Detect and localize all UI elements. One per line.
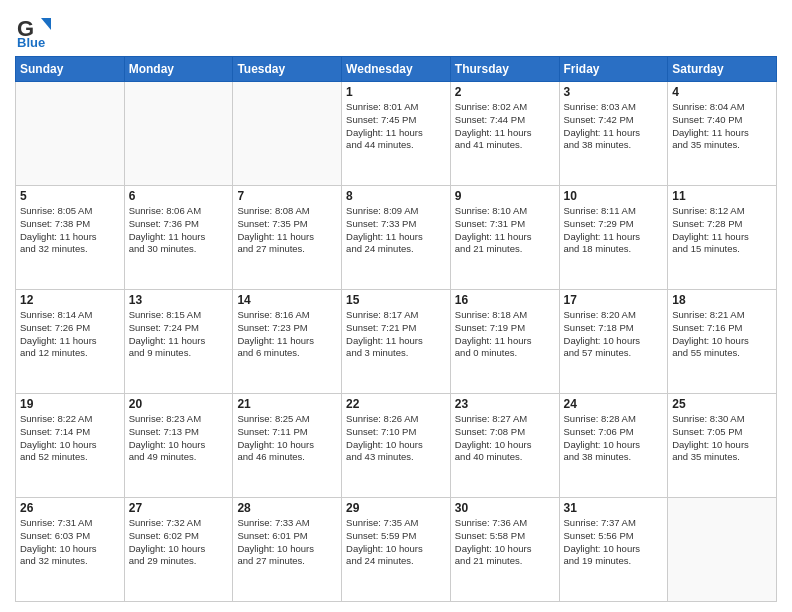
- calendar-cell: 12Sunrise: 8:14 AM Sunset: 7:26 PM Dayli…: [16, 290, 125, 394]
- calendar-cell: 21Sunrise: 8:25 AM Sunset: 7:11 PM Dayli…: [233, 394, 342, 498]
- calendar-cell: 6Sunrise: 8:06 AM Sunset: 7:36 PM Daylig…: [124, 186, 233, 290]
- cell-info: Sunrise: 8:18 AM Sunset: 7:19 PM Dayligh…: [455, 309, 555, 360]
- day-number: 25: [672, 397, 772, 411]
- svg-marker-1: [41, 18, 51, 30]
- day-number: 12: [20, 293, 120, 307]
- day-number: 17: [564, 293, 664, 307]
- cell-info: Sunrise: 8:06 AM Sunset: 7:36 PM Dayligh…: [129, 205, 229, 256]
- cell-info: Sunrise: 8:04 AM Sunset: 7:40 PM Dayligh…: [672, 101, 772, 152]
- day-number: 16: [455, 293, 555, 307]
- day-number: 15: [346, 293, 446, 307]
- calendar-cell: 18Sunrise: 8:21 AM Sunset: 7:16 PM Dayli…: [668, 290, 777, 394]
- calendar-cell: 14Sunrise: 8:16 AM Sunset: 7:23 PM Dayli…: [233, 290, 342, 394]
- day-number: 7: [237, 189, 337, 203]
- cell-info: Sunrise: 8:16 AM Sunset: 7:23 PM Dayligh…: [237, 309, 337, 360]
- day-number: 14: [237, 293, 337, 307]
- calendar-cell: 27Sunrise: 7:32 AM Sunset: 6:02 PM Dayli…: [124, 498, 233, 602]
- calendar-cell: 20Sunrise: 8:23 AM Sunset: 7:13 PM Dayli…: [124, 394, 233, 498]
- calendar-cell: 1Sunrise: 8:01 AM Sunset: 7:45 PM Daylig…: [342, 82, 451, 186]
- calendar-cell: 16Sunrise: 8:18 AM Sunset: 7:19 PM Dayli…: [450, 290, 559, 394]
- cell-info: Sunrise: 8:10 AM Sunset: 7:31 PM Dayligh…: [455, 205, 555, 256]
- header: G Blue: [15, 10, 777, 48]
- day-header-saturday: Saturday: [668, 57, 777, 82]
- day-number: 19: [20, 397, 120, 411]
- cell-info: Sunrise: 7:33 AM Sunset: 6:01 PM Dayligh…: [237, 517, 337, 568]
- cell-info: Sunrise: 8:15 AM Sunset: 7:24 PM Dayligh…: [129, 309, 229, 360]
- cell-info: Sunrise: 8:14 AM Sunset: 7:26 PM Dayligh…: [20, 309, 120, 360]
- cell-info: Sunrise: 8:21 AM Sunset: 7:16 PM Dayligh…: [672, 309, 772, 360]
- day-number: 1: [346, 85, 446, 99]
- day-number: 11: [672, 189, 772, 203]
- day-number: 2: [455, 85, 555, 99]
- day-number: 3: [564, 85, 664, 99]
- calendar-cell: 24Sunrise: 8:28 AM Sunset: 7:06 PM Dayli…: [559, 394, 668, 498]
- cell-info: Sunrise: 7:32 AM Sunset: 6:02 PM Dayligh…: [129, 517, 229, 568]
- cell-info: Sunrise: 7:35 AM Sunset: 5:59 PM Dayligh…: [346, 517, 446, 568]
- calendar-cell: 3Sunrise: 8:03 AM Sunset: 7:42 PM Daylig…: [559, 82, 668, 186]
- week-row-4: 19Sunrise: 8:22 AM Sunset: 7:14 PM Dayli…: [16, 394, 777, 498]
- calendar-cell: 17Sunrise: 8:20 AM Sunset: 7:18 PM Dayli…: [559, 290, 668, 394]
- calendar-cell: 26Sunrise: 7:31 AM Sunset: 6:03 PM Dayli…: [16, 498, 125, 602]
- calendar-table: SundayMondayTuesdayWednesdayThursdayFrid…: [15, 56, 777, 602]
- calendar-cell: 9Sunrise: 8:10 AM Sunset: 7:31 PM Daylig…: [450, 186, 559, 290]
- day-header-sunday: Sunday: [16, 57, 125, 82]
- day-number: 24: [564, 397, 664, 411]
- calendar-cell: 23Sunrise: 8:27 AM Sunset: 7:08 PM Dayli…: [450, 394, 559, 498]
- cell-info: Sunrise: 8:28 AM Sunset: 7:06 PM Dayligh…: [564, 413, 664, 464]
- calendar-cell: 28Sunrise: 7:33 AM Sunset: 6:01 PM Dayli…: [233, 498, 342, 602]
- day-number: 28: [237, 501, 337, 515]
- day-number: 31: [564, 501, 664, 515]
- cell-info: Sunrise: 8:22 AM Sunset: 7:14 PM Dayligh…: [20, 413, 120, 464]
- day-number: 6: [129, 189, 229, 203]
- day-header-tuesday: Tuesday: [233, 57, 342, 82]
- day-header-wednesday: Wednesday: [342, 57, 451, 82]
- calendar-cell: 15Sunrise: 8:17 AM Sunset: 7:21 PM Dayli…: [342, 290, 451, 394]
- cell-info: Sunrise: 7:37 AM Sunset: 5:56 PM Dayligh…: [564, 517, 664, 568]
- week-row-3: 12Sunrise: 8:14 AM Sunset: 7:26 PM Dayli…: [16, 290, 777, 394]
- day-number: 30: [455, 501, 555, 515]
- day-number: 9: [455, 189, 555, 203]
- day-number: 20: [129, 397, 229, 411]
- calendar-cell: 8Sunrise: 8:09 AM Sunset: 7:33 PM Daylig…: [342, 186, 451, 290]
- cell-info: Sunrise: 8:01 AM Sunset: 7:45 PM Dayligh…: [346, 101, 446, 152]
- calendar-cell: 29Sunrise: 7:35 AM Sunset: 5:59 PM Dayli…: [342, 498, 451, 602]
- svg-text:Blue: Blue: [17, 35, 45, 48]
- calendar-cell: 11Sunrise: 8:12 AM Sunset: 7:28 PM Dayli…: [668, 186, 777, 290]
- day-header-monday: Monday: [124, 57, 233, 82]
- page: G Blue SundayMondayTuesdayWednesdayThurs…: [0, 0, 792, 612]
- calendar-cell: 4Sunrise: 8:04 AM Sunset: 7:40 PM Daylig…: [668, 82, 777, 186]
- day-number: 29: [346, 501, 446, 515]
- day-number: 5: [20, 189, 120, 203]
- day-number: 27: [129, 501, 229, 515]
- cell-info: Sunrise: 8:27 AM Sunset: 7:08 PM Dayligh…: [455, 413, 555, 464]
- cell-info: Sunrise: 8:25 AM Sunset: 7:11 PM Dayligh…: [237, 413, 337, 464]
- calendar-cell: 22Sunrise: 8:26 AM Sunset: 7:10 PM Dayli…: [342, 394, 451, 498]
- week-row-1: 1Sunrise: 8:01 AM Sunset: 7:45 PM Daylig…: [16, 82, 777, 186]
- calendar-cell: 10Sunrise: 8:11 AM Sunset: 7:29 PM Dayli…: [559, 186, 668, 290]
- cell-info: Sunrise: 7:31 AM Sunset: 6:03 PM Dayligh…: [20, 517, 120, 568]
- cell-info: Sunrise: 7:36 AM Sunset: 5:58 PM Dayligh…: [455, 517, 555, 568]
- cell-info: Sunrise: 8:12 AM Sunset: 7:28 PM Dayligh…: [672, 205, 772, 256]
- day-number: 22: [346, 397, 446, 411]
- calendar-cell: 7Sunrise: 8:08 AM Sunset: 7:35 PM Daylig…: [233, 186, 342, 290]
- calendar-cell: 31Sunrise: 7:37 AM Sunset: 5:56 PM Dayli…: [559, 498, 668, 602]
- week-row-2: 5Sunrise: 8:05 AM Sunset: 7:38 PM Daylig…: [16, 186, 777, 290]
- calendar-cell: [233, 82, 342, 186]
- week-row-5: 26Sunrise: 7:31 AM Sunset: 6:03 PM Dayli…: [16, 498, 777, 602]
- calendar-cell: 30Sunrise: 7:36 AM Sunset: 5:58 PM Dayli…: [450, 498, 559, 602]
- calendar-cell: 2Sunrise: 8:02 AM Sunset: 7:44 PM Daylig…: [450, 82, 559, 186]
- cell-info: Sunrise: 8:08 AM Sunset: 7:35 PM Dayligh…: [237, 205, 337, 256]
- calendar-cell: [16, 82, 125, 186]
- calendar-cell: 19Sunrise: 8:22 AM Sunset: 7:14 PM Dayli…: [16, 394, 125, 498]
- day-number: 13: [129, 293, 229, 307]
- day-number: 18: [672, 293, 772, 307]
- day-number: 4: [672, 85, 772, 99]
- day-number: 23: [455, 397, 555, 411]
- calendar-cell: 13Sunrise: 8:15 AM Sunset: 7:24 PM Dayli…: [124, 290, 233, 394]
- calendar-cell: [668, 498, 777, 602]
- cell-info: Sunrise: 8:30 AM Sunset: 7:05 PM Dayligh…: [672, 413, 772, 464]
- day-number: 8: [346, 189, 446, 203]
- day-header-thursday: Thursday: [450, 57, 559, 82]
- cell-info: Sunrise: 8:20 AM Sunset: 7:18 PM Dayligh…: [564, 309, 664, 360]
- cell-info: Sunrise: 8:26 AM Sunset: 7:10 PM Dayligh…: [346, 413, 446, 464]
